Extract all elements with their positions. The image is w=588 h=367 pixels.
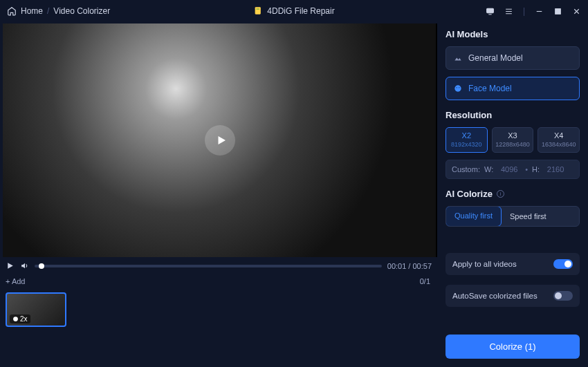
autosave-toggle-row: AutoSave colorized files <box>445 285 580 307</box>
apply-all-toggle-row: Apply to all videos <box>445 253 580 275</box>
autosave-label: AutoSave colorized files <box>452 292 538 300</box>
apply-all-label: Apply to all videos <box>452 260 517 268</box>
thumbnail-badge: 2x <box>10 314 30 323</box>
app-title-text: 4DDiG File Repair <box>267 6 334 16</box>
apply-all-toggle[interactable] <box>553 259 573 269</box>
settings-panel: AI Models General Model Face Model Resol… <box>437 22 588 367</box>
add-row: + Add 0/1 <box>1 274 437 290</box>
feedback-icon[interactable] <box>486 7 495 16</box>
svg-rect-0 <box>255 7 261 15</box>
resolution-x2[interactable]: X28192x4320 <box>445 127 488 153</box>
close-icon[interactable] <box>572 7 581 16</box>
svg-rect-1 <box>256 9 259 10</box>
preview-pane: 00:01 / 00:57 + Add 0/1 2x <box>0 22 437 367</box>
time-total: 00:57 <box>412 262 432 270</box>
svg-rect-2 <box>487 8 494 13</box>
divider: | <box>523 6 525 16</box>
svg-point-6 <box>457 87 457 88</box>
custom-label: Custom: <box>452 165 480 173</box>
colorize-title: AI Colorize <box>445 189 493 199</box>
video-thumbnail[interactable]: 2x <box>6 292 66 327</box>
autosave-toggle[interactable] <box>553 291 573 301</box>
thumbnail-strip: 2x <box>1 290 437 332</box>
dot-separator: • <box>525 165 528 173</box>
seek-knob[interactable] <box>39 263 44 269</box>
breadcrumb: Home / Video Colorizer <box>7 6 110 16</box>
video-preview[interactable] <box>3 23 437 257</box>
model-face[interactable]: Face Model <box>445 77 580 100</box>
breadcrumb-home[interactable]: Home <box>21 6 43 16</box>
video-count: 0/1 <box>420 277 430 285</box>
time-display: 00:01 / 00:57 <box>387 262 432 270</box>
model-general-label: General Model <box>468 53 523 63</box>
model-face-label: Face Model <box>468 84 512 93</box>
add-button[interactable]: + Add <box>6 277 25 285</box>
mode-speed-first[interactable]: Speed first <box>501 207 555 226</box>
app-title: 4DDiG File Repair <box>253 6 334 16</box>
model-general[interactable]: General Model <box>445 46 580 70</box>
titlebar: Home / Video Colorizer 4DDiG File Repair… <box>0 0 588 22</box>
svg-rect-3 <box>555 8 561 14</box>
player-controls: 00:01 / 00:57 <box>1 257 437 274</box>
resolution-x3[interactable]: X312288x6480 <box>492 127 534 153</box>
menu-icon[interactable] <box>504 7 513 16</box>
breadcrumb-page: Video Colorizer <box>53 6 110 16</box>
play-button[interactable] <box>205 125 235 156</box>
mode-quality-first[interactable]: Quality first <box>445 206 502 227</box>
seek-bar[interactable] <box>35 265 382 267</box>
play-small-icon[interactable] <box>6 261 15 270</box>
svg-point-4 <box>13 317 18 321</box>
info-icon[interactable]: i <box>497 190 504 198</box>
custom-w-label: W: <box>484 165 493 173</box>
badge-icon <box>12 316 19 322</box>
home-icon[interactable] <box>7 6 17 16</box>
custom-resolution[interactable]: Custom: W: 4096 • H: 2160 <box>445 160 580 179</box>
maximize-icon[interactable] <box>553 7 562 16</box>
mode-segment: Quality first Speed first <box>445 206 580 227</box>
window-controls: | <box>486 6 581 16</box>
minimize-icon[interactable] <box>535 7 544 16</box>
breadcrumb-separator: / <box>47 6 49 16</box>
custom-width-input[interactable]: 4096 <box>497 165 521 173</box>
landscape-icon <box>453 53 463 63</box>
colorize-header: AI Colorize i <box>445 189 580 199</box>
colorize-button[interactable]: Colorize (1) <box>445 335 580 359</box>
app-icon <box>253 6 263 16</box>
models-title: AI Models <box>445 29 580 39</box>
resolution-x4[interactable]: X416384x8640 <box>538 127 580 153</box>
custom-height-input[interactable]: 2160 <box>544 165 567 173</box>
svg-point-5 <box>454 85 461 91</box>
resolution-title: Resolution <box>445 110 580 120</box>
play-icon <box>215 134 228 147</box>
time-current: 00:01 <box>387 262 407 270</box>
volume-icon[interactable] <box>20 261 29 270</box>
face-icon <box>453 84 463 93</box>
custom-h-label: H: <box>532 165 540 173</box>
resolution-options: X28192x4320 X312288x6480 X416384x8640 <box>445 127 580 153</box>
svg-point-7 <box>459 87 459 88</box>
